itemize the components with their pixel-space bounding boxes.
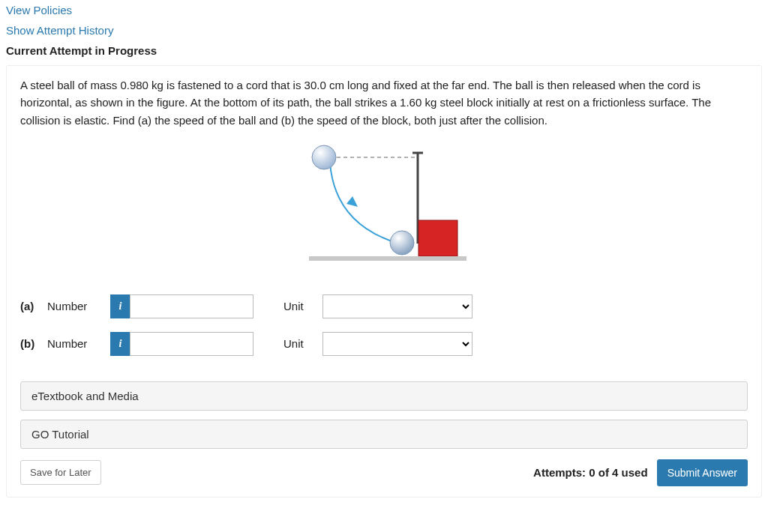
view-policies-link[interactable]: View Policies [0, 0, 768, 20]
unit-select-b[interactable] [322, 332, 472, 356]
problem-figure [20, 142, 748, 272]
number-label-a: Number [47, 300, 101, 312]
part-b-label: (b) [20, 337, 38, 350]
show-attempt-history-link[interactable]: Show Attempt History [0, 20, 768, 40]
unit-select-a[interactable] [322, 294, 472, 318]
attempts-text: Attempts: 0 of 4 used [533, 466, 648, 479]
svg-rect-6 [418, 220, 458, 256]
current-attempt-header: Current Attempt in Progress [0, 40, 768, 61]
unit-label-a: Unit [284, 300, 314, 312]
number-input-b[interactable] [130, 332, 254, 356]
etextbook-media-button[interactable]: eTextbook and Media [20, 381, 748, 411]
question-text: A steel ball of mass 0.980 kg is fastene… [20, 76, 748, 129]
number-label-b: Number [47, 337, 101, 350]
action-bar: Save for Later Attempts: 0 of 4 used Sub… [20, 459, 748, 486]
info-icon[interactable]: i [110, 332, 130, 356]
svg-point-4 [312, 145, 336, 169]
svg-point-5 [390, 231, 414, 255]
question-panel: A steel ball of mass 0.980 kg is fastene… [6, 65, 762, 498]
answer-row-a: (a) Number i Unit [20, 294, 748, 318]
svg-marker-3 [346, 196, 358, 207]
svg-rect-7 [309, 256, 466, 261]
save-for-later-button[interactable]: Save for Later [20, 460, 101, 485]
go-tutorial-button[interactable]: GO Tutorial [20, 420, 748, 449]
part-a-label: (a) [20, 300, 38, 312]
number-input-a[interactable] [130, 294, 254, 318]
unit-label-b: Unit [284, 337, 314, 350]
answer-row-b: (b) Number i Unit [20, 332, 748, 356]
submit-answer-button[interactable]: Submit Answer [657, 459, 748, 486]
info-icon[interactable]: i [110, 294, 130, 318]
